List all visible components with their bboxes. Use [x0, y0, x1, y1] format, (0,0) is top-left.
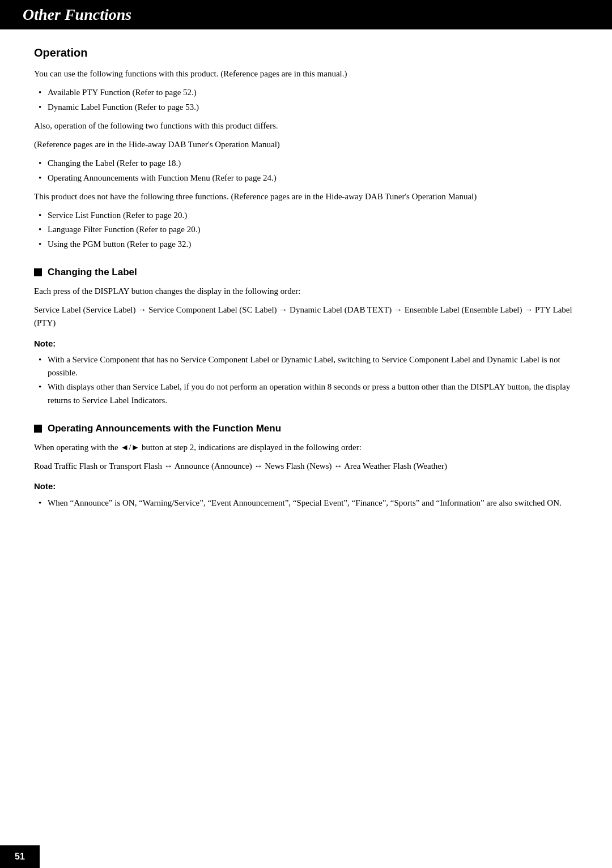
- operation-also-p1: Also, operation of the following two fun…: [34, 119, 578, 132]
- operation-heading: Operation: [34, 46, 578, 59]
- page-container: Other Functions Operation You can use th…: [0, 0, 612, 868]
- header-bar: Other Functions: [0, 0, 612, 29]
- operation-also-p2: (Reference pages are in the Hide-away DA…: [34, 138, 578, 151]
- operating-announcements-heading: Operating Announcements with the Functio…: [34, 423, 578, 434]
- page-number-bar: 51: [0, 845, 40, 868]
- operating-announcements-note-label: Note:: [34, 480, 578, 493]
- page-title: Other Functions: [23, 6, 131, 23]
- operation-also-bullet-1: Changing the Label (Refer to page 18.): [34, 157, 578, 170]
- changing-label-note-bullet-2: With displays other than Service Label, …: [34, 380, 578, 407]
- operation-list-2: Changing the Label (Refer to page 18.) O…: [34, 157, 578, 185]
- operating-announcements-note-bullet-1: When “Announce” is ON, “Warning/Service”…: [34, 497, 578, 510]
- changing-label-p1: Each press of the DISPLAY button changes…: [34, 285, 578, 298]
- black-square-icon: [34, 268, 42, 276]
- operation-not-have-bullet-3: Using the PGM button (Refer to page 32.): [34, 238, 578, 251]
- changing-label-p2: Service Label (Service Label) → Service …: [34, 303, 578, 330]
- operation-not-have-bullet-1: Service List Function (Refer to page 20.…: [34, 209, 578, 222]
- operation-not-have-bullet-2: Language Filter Function (Refer to page …: [34, 223, 578, 236]
- changing-label-section: Changing the Label Each press of the DIS…: [34, 267, 578, 407]
- operating-announcements-p2: Road Traffic Flash or Transport Flash ↔ …: [34, 460, 578, 473]
- operation-also-bullet-2: Operating Announcements with Function Me…: [34, 172, 578, 185]
- page-number: 51: [15, 852, 25, 862]
- changing-label-heading: Changing the Label: [34, 267, 578, 278]
- operating-announcements-note-list: When “Announce” is ON, “Warning/Service”…: [34, 497, 578, 510]
- operation-bullet-2: Dynamic Label Function (Refer to page 53…: [34, 101, 578, 114]
- operation-bullet-1: Available PTY Function (Refer to page 52…: [34, 86, 578, 99]
- changing-label-note-list: With a Service Component that has no Ser…: [34, 353, 578, 407]
- black-square-icon-2: [34, 425, 42, 433]
- operating-announcements-section: Operating Announcements with the Functio…: [34, 423, 578, 510]
- main-content: Operation You can use the following func…: [0, 46, 612, 549]
- operation-list-1: Available PTY Function (Refer to page 52…: [34, 86, 578, 114]
- operating-announcements-p1: When operating with the ◄/► button at st…: [34, 441, 578, 454]
- operation-intro-p1: You can use the following functions with…: [34, 67, 578, 80]
- changing-label-note-label: Note:: [34, 337, 578, 350]
- operation-list-3: Service List Function (Refer to page 20.…: [34, 209, 578, 251]
- operation-not-have-p1: This product does not have the following…: [34, 190, 578, 203]
- operation-section: Operation You can use the following func…: [34, 46, 578, 251]
- changing-label-note-bullet-1: With a Service Component that has no Ser…: [34, 353, 578, 380]
